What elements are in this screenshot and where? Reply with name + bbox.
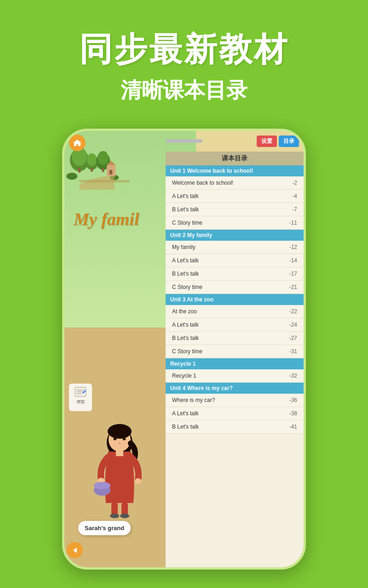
toc-item[interactable]: A Let's talk-24 <box>166 318 304 332</box>
toc-item-name: B Let's talk <box>172 335 199 341</box>
toc-item-name: C Story time <box>172 348 202 355</box>
toc-item-page: -12 <box>283 244 297 250</box>
toc-item-name: Welcome back to school! <box>172 180 233 186</box>
toc-item[interactable]: B Let's talk-17 <box>166 267 304 281</box>
toc-item-name: A Let's talk <box>172 193 199 199</box>
toc-item-name: B Let's talk <box>172 424 199 430</box>
svg-point-29 <box>120 514 129 518</box>
toc-content: Unit 1 Welcome back to school!Welcome ba… <box>166 165 304 434</box>
unit-header-unit3[interactable]: Unit 3 At the zoo <box>166 294 304 305</box>
toc-item-name: A Let's talk <box>172 322 199 328</box>
toc-item-page: -27 <box>283 335 297 341</box>
toc-item-page: -14 <box>283 257 297 264</box>
svg-point-28 <box>110 514 119 518</box>
toc-item[interactable]: A Let's talk-4 <box>166 190 304 203</box>
prev-page-button[interactable] <box>67 542 83 558</box>
girl-character <box>92 420 147 521</box>
svg-point-23 <box>135 478 141 484</box>
toc-item[interactable]: A Let's talk-14 <box>166 254 304 267</box>
svg-point-18 <box>114 437 117 441</box>
toc-item[interactable]: Welcome back to school!-2 <box>166 176 304 190</box>
toc-item-name: B Let's talk <box>172 206 199 213</box>
unit-header-unit2[interactable]: Unit 2 My family <box>166 230 304 241</box>
toc-item[interactable]: B Let's talk-7 <box>166 203 304 216</box>
toc-panel[interactable]: 课本目录 Unit 1 Welcome back to school!Welco… <box>166 152 304 567</box>
writing-label: 书写 <box>76 399 85 405</box>
toc-item-name: C Story time <box>172 220 202 226</box>
toc-item-page: -11 <box>283 220 297 226</box>
toc-item-name: At the zoo <box>172 308 197 315</box>
svg-point-25 <box>94 482 110 489</box>
toc-item-name: B Let's talk <box>172 271 199 277</box>
writing-tool-icon[interactable]: 书写 <box>69 384 92 411</box>
toc-item[interactable]: B Let's talk-27 <box>166 332 304 345</box>
toc-item-page: -36 <box>283 397 297 403</box>
toc-button[interactable]: 目录 <box>279 136 299 147</box>
toc-item-page: -4 <box>283 193 297 199</box>
toc-item-page: -41 <box>283 424 297 430</box>
page-subtitle: 清晰课本目录 <box>0 76 368 105</box>
settings-button[interactable]: 设置 <box>257 136 277 147</box>
speech-bubble: Sarah's grand <box>78 521 131 535</box>
toc-item-page: -38 <box>283 410 297 417</box>
toc-item-page: -2 <box>283 180 297 186</box>
toc-item-name: C Story time <box>172 284 202 290</box>
toc-item-page: -17 <box>283 271 297 277</box>
book-illustration-title: My famil <box>74 209 139 229</box>
toc-item-name: A Let's talk <box>172 410 199 417</box>
svg-marker-35 <box>73 548 77 553</box>
toc-item-page: -31 <box>283 348 297 355</box>
toc-item[interactable]: Recycle 1-32 <box>166 369 304 383</box>
toc-item[interactable]: C Story time-21 <box>166 281 304 294</box>
toc-item-name: A Let's talk <box>172 257 199 264</box>
toc-item[interactable]: My family-12 <box>166 241 304 254</box>
toc-item[interactable]: Where is my car?-36 <box>166 394 304 407</box>
svg-point-20 <box>119 443 121 444</box>
svg-rect-21 <box>116 450 123 456</box>
toc-item[interactable]: B Let's talk-41 <box>166 420 304 434</box>
svg-point-19 <box>123 437 126 441</box>
toc-item-name: Recycle 1 <box>172 373 196 379</box>
unit-header-recycle1[interactable]: Recycle 1 <box>166 358 304 369</box>
toc-header: 课本目录 <box>166 152 304 165</box>
toc-item-page: -7 <box>283 206 297 213</box>
toc-item[interactable]: A Let's talk-38 <box>166 407 304 420</box>
phone-speaker <box>166 139 202 143</box>
toc-item-name: My family <box>172 244 196 250</box>
toc-item-page: -32 <box>283 373 297 379</box>
svg-marker-34 <box>73 140 81 146</box>
unit-header-unit1[interactable]: Unit 1 Welcome back to school! <box>166 165 304 176</box>
page-title: 同步最新教材 <box>0 28 368 72</box>
toc-item-name: Where is my car? <box>172 397 215 403</box>
svg-point-17 <box>108 424 132 439</box>
toc-item[interactable]: C Story time-11 <box>166 216 304 230</box>
toc-item[interactable]: C Story time-31 <box>166 345 304 358</box>
home-button[interactable] <box>69 135 86 151</box>
toc-item[interactable]: At the zoo-22 <box>166 305 304 318</box>
toc-item-page: -21 <box>283 284 297 290</box>
top-bar: 设置 目录 <box>257 136 299 147</box>
toc-item-page: -24 <box>283 322 297 328</box>
phone-frame: My famil <box>62 129 306 570</box>
toc-item-page: -22 <box>283 308 297 315</box>
unit-header-unit4[interactable]: Unit 4 Where is my car? <box>166 383 304 394</box>
